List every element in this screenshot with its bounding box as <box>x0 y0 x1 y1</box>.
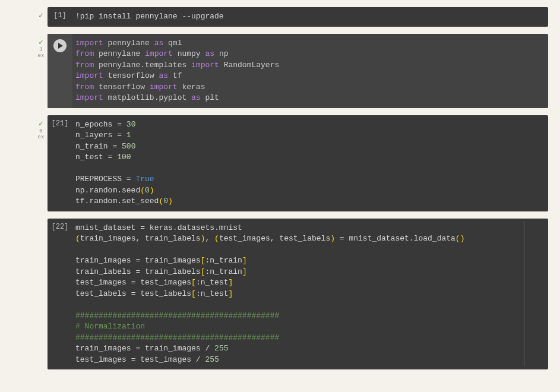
exec-meta: 0 ex <box>36 128 46 141</box>
exec-count: [21] <box>52 119 69 211</box>
notebook-area: ✓[1]!pip install pennylane --upgrade✓3 e… <box>48 7 548 369</box>
status-check-icon: ✓ <box>36 37 46 47</box>
code-cell[interactable]: ✓0 ex[21]n_epochs = 30 n_layers = 1 n_tr… <box>48 115 548 211</box>
exec-meta: 3 ex <box>36 47 46 60</box>
code-editor[interactable]: import pennylane as qml from pennylane i… <box>72 34 548 108</box>
exec-area: [22] <box>48 219 72 370</box>
cell-content: [22]mnist_dataset = keras.datasets.mnist… <box>48 219 548 370</box>
code-editor[interactable]: !pip install pennylane --upgrade <box>72 7 548 27</box>
code-cell[interactable]: [22]mnist_dataset = keras.datasets.mnist… <box>48 219 548 370</box>
exec-area: [21] <box>48 115 72 211</box>
cell-content: [1]!pip install pennylane --upgrade <box>48 7 548 27</box>
code-cell[interactable]: ✓3 eximport pennylane as qml from pennyl… <box>48 34 548 108</box>
status-check-icon: ✓ <box>36 11 46 20</box>
cell-content: [21]n_epochs = 30 n_layers = 1 n_train =… <box>48 115 548 211</box>
code-cell[interactable]: ✓[1]!pip install pennylane --upgrade <box>48 7 548 27</box>
status-check-icon: ✓ <box>36 119 46 128</box>
cell-content: import pennylane as qml from pennylane i… <box>48 34 548 108</box>
exec-area: [1] <box>48 7 72 27</box>
exec-count: [22] <box>52 223 69 370</box>
play-icon <box>58 43 63 49</box>
exec-area <box>48 34 72 108</box>
run-cell-button[interactable] <box>53 39 67 52</box>
exec-count: [1] <box>53 11 67 27</box>
scroll-indicator <box>524 222 524 367</box>
code-editor[interactable]: n_epochs = 30 n_layers = 1 n_train = 500… <box>72 115 548 211</box>
code-editor[interactable]: mnist_dataset = keras.datasets.mnist (tr… <box>72 219 548 370</box>
